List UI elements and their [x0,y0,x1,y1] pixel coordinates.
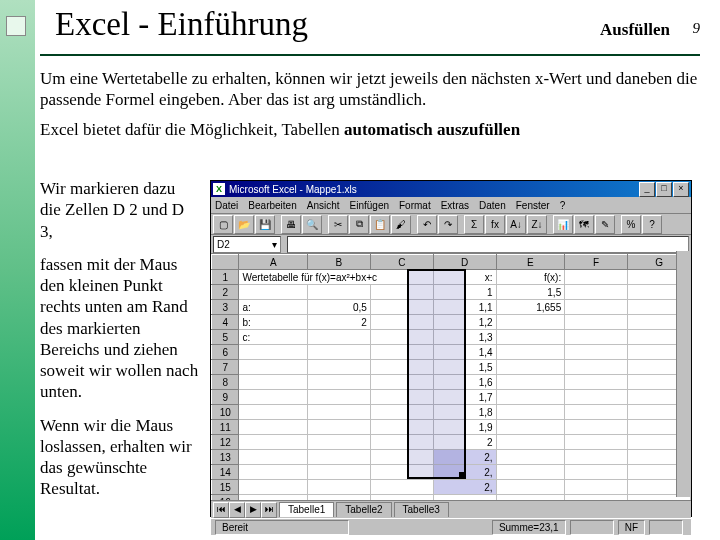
row-header[interactable]: 9 [212,390,239,405]
cell[interactable]: 1,8 [433,405,496,420]
cell[interactable]: 1,3 [433,330,496,345]
menu-item[interactable]: Fenster [516,200,550,211]
col-header[interactable]: A [239,255,308,270]
cell[interactable]: 2 [308,315,371,330]
zoom-icon[interactable]: % [621,215,641,234]
cell[interactable]: 1,2 [433,315,496,330]
formula-input[interactable] [287,236,689,253]
cell[interactable] [239,435,308,450]
cell[interactable]: 1,6 [433,375,496,390]
cell[interactable]: 1,9 [433,420,496,435]
cell[interactable] [565,420,628,435]
cell[interactable]: 1,7 [433,390,496,405]
redo-icon[interactable]: ↷ [438,215,458,234]
cell[interactable] [239,345,308,360]
tab-nav-prev-icon[interactable]: ◀ [229,502,245,518]
cell[interactable] [308,420,371,435]
cell[interactable] [239,420,308,435]
cell[interactable] [370,480,433,495]
spreadsheet-grid[interactable]: A B C D E F G 1Wertetabelle für f(x)=ax²… [211,254,691,500]
cell[interactable] [565,315,628,330]
cell[interactable] [370,300,433,315]
row-header[interactable]: 7 [212,360,239,375]
cell[interactable]: Wertetabelle für f(x)=ax²+bx+c [239,270,433,285]
cell[interactable] [308,450,371,465]
cell[interactable]: a: [239,300,308,315]
menu-item[interactable]: Datei [215,200,238,211]
close-button[interactable]: × [673,182,689,197]
cell[interactable] [565,480,628,495]
chart-icon[interactable]: 📊 [553,215,573,234]
cell[interactable] [239,360,308,375]
cell[interactable] [565,300,628,315]
cell[interactable] [496,330,565,345]
cell[interactable]: 2 [433,435,496,450]
cell[interactable] [496,420,565,435]
cell[interactable]: 1,5 [433,360,496,375]
col-header[interactable]: D [433,255,496,270]
cell[interactable] [565,495,628,501]
paste-icon[interactable]: 📋 [370,215,390,234]
cell[interactable] [239,495,308,501]
cell[interactable]: c: [239,330,308,345]
cell[interactable] [496,315,565,330]
cell[interactable] [308,480,371,495]
cell[interactable] [370,435,433,450]
cell[interactable] [370,375,433,390]
cell[interactable]: 1,1 [433,300,496,315]
row-header[interactable]: 14 [212,465,239,480]
sum-icon[interactable]: Σ [464,215,484,234]
cell[interactable] [496,495,565,501]
drawing-icon[interactable]: ✎ [595,215,615,234]
cell[interactable] [239,450,308,465]
cell[interactable] [308,360,371,375]
cell[interactable]: x: [433,270,496,285]
minimize-button[interactable]: _ [639,182,655,197]
cell[interactable] [496,465,565,480]
row-header[interactable]: 10 [212,405,239,420]
cell[interactable] [239,390,308,405]
row-header[interactable]: 6 [212,345,239,360]
cell[interactable] [370,360,433,375]
cell[interactable] [565,330,628,345]
cell[interactable] [565,450,628,465]
cell[interactable] [565,345,628,360]
col-header[interactable]: E [496,255,565,270]
menu-item[interactable]: ? [560,200,566,211]
cell[interactable]: 1,655 [496,300,565,315]
cell[interactable] [308,330,371,345]
cell[interactable] [308,285,371,300]
col-header[interactable]: C [370,255,433,270]
cell[interactable] [370,345,433,360]
cell[interactable] [496,450,565,465]
cell[interactable] [370,450,433,465]
cell[interactable] [370,285,433,300]
select-all[interactable] [212,255,239,270]
menu-item[interactable]: Einfügen [350,200,389,211]
row-header[interactable]: 2 [212,285,239,300]
cell[interactable] [496,480,565,495]
cell[interactable] [239,465,308,480]
cell[interactable] [565,435,628,450]
fill-handle[interactable] [459,472,464,477]
cell[interactable] [370,495,433,501]
cell[interactable] [239,285,308,300]
save-icon[interactable]: 💾 [255,215,275,234]
name-box[interactable]: D2 ▾ [213,236,281,253]
cell[interactable]: 1,5 [496,285,565,300]
menu-item[interactable]: Bearbeiten [248,200,296,211]
menu-item[interactable]: Ansicht [307,200,340,211]
row-header[interactable]: 13 [212,450,239,465]
menu-item[interactable]: Daten [479,200,506,211]
cell[interactable]: 0,5 [308,300,371,315]
cell[interactable]: 2, [433,480,496,495]
cell[interactable]: f(x): [496,270,565,285]
row-header[interactable]: 11 [212,420,239,435]
cell[interactable] [565,390,628,405]
map-icon[interactable]: 🗺 [574,215,594,234]
cell[interactable] [370,465,433,480]
cell[interactable] [308,405,371,420]
cell[interactable] [308,345,371,360]
cell[interactable]: 1,4 [433,345,496,360]
col-header[interactable]: F [565,255,628,270]
